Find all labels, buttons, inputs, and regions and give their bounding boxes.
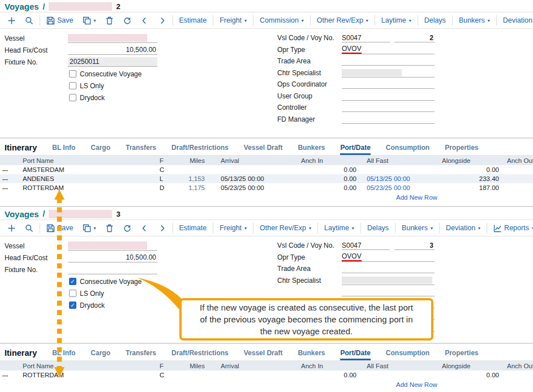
cell-anch-out[interactable] [501, 371, 533, 380]
cell-miles[interactable]: 1,175 [172, 183, 207, 192]
tab-properties[interactable]: Properties [445, 144, 478, 155]
tab-vessel-draft[interactable]: Vessel Draft [244, 144, 283, 155]
chtr-specialist-field[interactable] [342, 276, 435, 285]
tab-transfers[interactable]: Transfers [126, 349, 156, 360]
refresh-button[interactable] [120, 16, 134, 25]
menu-deviation[interactable]: Deviation▾ [500, 16, 533, 24]
cell-arrival[interactable] [207, 165, 299, 174]
menu-bunkers[interactable]: Bunkers▾ [456, 16, 493, 24]
ls-only-checkbox[interactable] [69, 82, 76, 89]
menu-deviation[interactable]: Deviation▾ [443, 224, 483, 232]
tab-draft-restrictions[interactable]: Draft/Restrictions [171, 349, 229, 360]
cell-f[interactable]: L [157, 174, 172, 183]
fixture-no-field[interactable]: 20250011 [68, 57, 157, 67]
cell-anch-in[interactable]: 0.00 [299, 183, 359, 192]
cell-f[interactable]: D [157, 183, 172, 192]
search-button[interactable] [22, 16, 36, 25]
menu-bunkers[interactable]: Bunkers▾ [399, 224, 436, 232]
new-button[interactable] [5, 224, 19, 232]
menu-laytime[interactable]: Laytime▾ [321, 224, 357, 232]
cell-anch-in[interactable]: 0.00 [299, 174, 359, 183]
add-new-row-link[interactable]: Add New Row [0, 380, 533, 390]
drydock-checkbox[interactable] [69, 301, 76, 309]
menu-reports[interactable]: Reports▾ [491, 224, 533, 232]
consecutive-voyage-checkbox[interactable] [69, 278, 76, 285]
tab-port-date[interactable]: Port/Date [340, 144, 370, 155]
tab-cargo[interactable]: Cargo [91, 144, 110, 155]
vsl-code-field[interactable]: S0047 [342, 33, 390, 42]
chtr-specialist-field[interactable] [342, 68, 435, 77]
menu-commission[interactable]: Commission▾ [257, 16, 307, 24]
menu-other-rev-exp[interactable]: Other Rev/Exp▾ [257, 224, 314, 232]
cell-alongside[interactable]: 233.40 [435, 174, 501, 183]
opr-type-field[interactable]: OVOV [342, 45, 435, 54]
next-button[interactable] [155, 16, 169, 25]
cell-anch-out[interactable] [501, 174, 533, 183]
tab-bunkers[interactable]: Bunkers [298, 144, 325, 155]
head-fix-cost-field[interactable]: 10,500.00 [68, 253, 157, 262]
vsl-code-field[interactable]: S0047 [342, 241, 390, 250]
head-fix-cost-field[interactable]: 10,500.00 [68, 45, 157, 55]
cell-anch-in[interactable]: 0.00 [299, 165, 359, 174]
tab-transfers[interactable]: Transfers [126, 144, 156, 155]
tab-cargo[interactable]: Cargo [91, 349, 110, 360]
ops-coordinator-field[interactable] [342, 80, 435, 89]
row-grip-icon[interactable]: --- [0, 165, 20, 174]
user-group-field[interactable] [342, 92, 435, 101]
menu-delays[interactable]: Delays [364, 224, 392, 232]
search-button[interactable] [22, 224, 36, 232]
save-button[interactable]: Save [44, 16, 76, 25]
row-grip-icon[interactable]: --- [0, 371, 20, 380]
cell-port-name[interactable]: ANDENES [20, 174, 157, 183]
cell-alongside[interactable]: 0.00 [435, 371, 501, 380]
add-new-row-link[interactable]: Add New Row [0, 192, 533, 203]
previous-button[interactable] [137, 224, 152, 232]
cell-miles[interactable] [172, 165, 207, 174]
cell-port-name[interactable]: ROTTERDAM [20, 183, 157, 192]
previous-button[interactable] [137, 16, 152, 25]
cell-port-name[interactable]: AMSTERDAM [20, 165, 157, 174]
cell-all-fast[interactable] [359, 371, 435, 380]
cell-port-name[interactable]: ROTTERDAM [20, 371, 157, 380]
cell-anch-out[interactable] [501, 183, 533, 192]
fd-manager-field[interactable] [342, 115, 435, 124]
voy-no-field[interactable]: 2 [394, 33, 435, 42]
menu-estimate[interactable]: Estimate [177, 16, 210, 24]
tab-bl-info[interactable]: BL Info [52, 144, 75, 155]
tab-draft-restrictions[interactable]: Draft/Restrictions [171, 144, 229, 155]
tab-consumption[interactable]: Consumption [386, 144, 429, 155]
cell-all-fast[interactable]: 05/13/25 00:00 [359, 174, 435, 183]
cell-miles[interactable] [172, 371, 207, 380]
drydock-checkbox[interactable] [69, 94, 76, 101]
next-button[interactable] [155, 224, 169, 232]
tab-vessel-draft[interactable]: Vessel Draft [244, 349, 283, 360]
tab-bunkers[interactable]: Bunkers [298, 349, 325, 360]
menu-freight[interactable]: Freight▾ [217, 224, 250, 232]
ls-only-checkbox[interactable] [69, 290, 76, 297]
menu-freight[interactable]: Freight▾ [217, 16, 250, 24]
row-grip-icon[interactable]: --- [0, 183, 20, 192]
tab-properties[interactable]: Properties [445, 349, 478, 360]
vessel-field[interactable] [68, 241, 157, 251]
menu-estimate[interactable]: Estimate [177, 224, 210, 232]
row-grip-icon[interactable]: --- [0, 174, 20, 183]
consecutive-voyage-checkbox[interactable] [69, 70, 76, 77]
tab-bl-info[interactable]: BL Info [52, 349, 75, 360]
tab-consumption[interactable]: Consumption [386, 349, 429, 360]
cell-miles[interactable]: 1,153 [172, 174, 207, 183]
menu-laytime[interactable]: Laytime▾ [379, 16, 414, 24]
save-button[interactable]: Save [44, 224, 76, 232]
copy-button[interactable]: ▾ [80, 224, 99, 232]
fixture-no-field[interactable] [68, 265, 157, 274]
delete-button[interactable] [102, 224, 117, 232]
cell-alongside[interactable]: 187.00 [435, 183, 501, 192]
voy-no-field[interactable]: 3 [394, 241, 435, 250]
controller-field[interactable] [342, 103, 435, 112]
menu-delays[interactable]: Delays [422, 16, 449, 24]
cell-arrival[interactable]: 05/23/25 00:00 [207, 183, 299, 192]
cell-anch-out[interactable] [501, 165, 533, 174]
cell-arrival[interactable]: 05/13/25 00:00 [207, 174, 299, 183]
cell-all-fast[interactable] [359, 165, 435, 174]
opr-type-field[interactable]: OVOV [342, 253, 435, 262]
refresh-button[interactable] [120, 224, 134, 232]
